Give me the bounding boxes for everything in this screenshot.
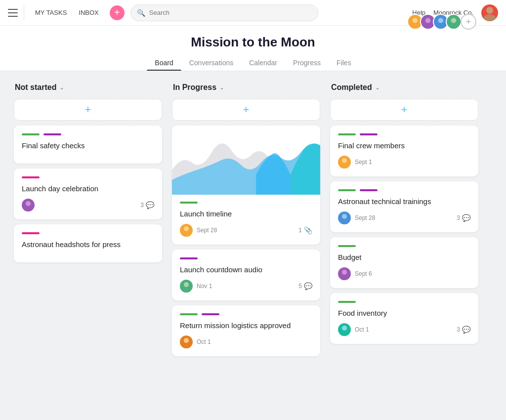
card-meta-right: 3 💬 [457, 214, 470, 222]
tab-progress[interactable]: Progress [285, 55, 329, 71]
column-in-progress-chevron[interactable]: ⌄ [219, 84, 224, 91]
card-avatar-launch-day [22, 199, 35, 211]
chart-card-body: Launch timeline Sept 28 1 📎 [172, 197, 320, 245]
svg-point-7 [436, 23, 445, 29]
tab-conversations[interactable]: Conversations [181, 55, 242, 71]
tag-purple [43, 133, 61, 135]
card-avatar-countdown [180, 280, 193, 293]
card-footer: Sept 6 [338, 267, 470, 280]
tag-pink [22, 232, 40, 234]
svg-point-17 [182, 343, 191, 348]
card-tags [338, 301, 470, 303]
card-tags [180, 313, 312, 315]
column-completed-title: Completed [331, 83, 372, 92]
add-card-in-progress[interactable]: + [172, 99, 320, 121]
chart-tag-green [180, 202, 198, 204]
card-title-budget: Budget [338, 252, 470, 262]
card-footer: 3 💬 [22, 199, 154, 211]
card-avatar-return [180, 336, 193, 348]
add-member-button[interactable]: + [461, 14, 476, 30]
card-avatar-timeline [180, 224, 193, 237]
svg-point-12 [184, 226, 189, 231]
tab-calendar[interactable]: Calendar [241, 55, 285, 71]
project-title: Mission to the Moon [0, 35, 506, 50]
tag-pink [22, 176, 40, 178]
attachment-icon: 📎 [304, 226, 312, 234]
svg-point-25 [340, 331, 349, 336]
my-tasks-link[interactable]: MY TASKS [30, 6, 72, 19]
svg-point-0 [486, 7, 493, 14]
card-title-final-crew: Final crew members [338, 140, 470, 151]
hamburger-menu[interactable] [8, 9, 18, 17]
column-completed: Completed ⌄ + Final crew members Sept 1 [330, 83, 478, 344]
card-date-crew: Sept 1 [355, 159, 372, 166]
card-tags [22, 232, 154, 234]
card-tags [22, 133, 154, 135]
svg-point-19 [340, 163, 349, 168]
svg-point-13 [182, 231, 191, 237]
tag-purple [360, 133, 378, 135]
tag-purple [180, 257, 198, 259]
card-meta-right: 1 📎 [298, 226, 312, 234]
card-launch-timeline: Launch timeline Sept 28 1 📎 [172, 126, 320, 245]
search-icon: 🔍 [137, 9, 145, 17]
tag-green [22, 133, 40, 135]
column-not-started-chevron[interactable]: ⌄ [59, 84, 64, 91]
search-bar[interactable]: 🔍 [130, 4, 318, 21]
svg-point-11 [24, 206, 33, 211]
card-launch-day: Launch day celebration 3 💬 [14, 168, 162, 219]
svg-point-21 [340, 219, 349, 224]
column-not-started: Not started ⌄ + Final safety checks Laun… [14, 83, 162, 262]
column-completed-header: Completed ⌄ [330, 83, 478, 92]
card-meta-right: 5 💬 [298, 282, 312, 290]
tag-green [338, 301, 356, 303]
svg-point-14 [184, 282, 189, 287]
card-tags [22, 176, 154, 178]
tag-green [338, 245, 356, 247]
card-avatar-budget [338, 267, 351, 280]
card-title-trainings: Astronaut technical trainings [338, 196, 470, 207]
card-avatar-food [338, 323, 351, 336]
card-tags [180, 257, 312, 259]
card-astronaut-headshots: Astronaut headshots for press [14, 224, 162, 262]
card-title-food: Food inventory [338, 308, 470, 318]
tag-green [338, 189, 356, 191]
add-card-not-started[interactable]: + [14, 99, 162, 121]
card-date-return: Oct 1 [197, 338, 211, 345]
card-title-countdown: Launch countdown audio [180, 264, 312, 275]
svg-point-10 [26, 201, 31, 206]
tab-files[interactable]: Files [329, 55, 359, 71]
column-in-progress-header: In Progress ⌄ [172, 83, 320, 92]
card-avatar-trainings [338, 211, 351, 224]
comment-icon: 💬 [462, 326, 470, 334]
card-date-budget: Sept 6 [355, 270, 372, 277]
inbox-link[interactable]: INBOX [74, 6, 103, 19]
project-header: Mission to the Moon [0, 26, 506, 71]
card-avatar-crew [338, 156, 351, 168]
card-date-timeline: Sept 28 [197, 227, 217, 234]
add-button[interactable]: + [110, 5, 125, 20]
user-avatar[interactable] [481, 4, 498, 21]
tab-board[interactable]: Board [147, 55, 181, 71]
column-completed-chevron[interactable]: ⌄ [375, 84, 380, 91]
project-tabs: Board Conversations Calendar Progress Fi… [0, 55, 506, 71]
svg-point-9 [449, 23, 458, 29]
card-footer: Sept 28 3 💬 [338, 211, 470, 224]
member-avatar-4[interactable] [446, 14, 462, 30]
svg-point-5 [423, 23, 432, 29]
svg-point-8 [451, 18, 457, 23]
comment-count: 3 [457, 326, 460, 333]
comment-icon: 💬 [462, 214, 470, 222]
card-tags [338, 189, 470, 191]
timeline-chart [172, 126, 320, 195]
add-card-completed[interactable]: + [330, 99, 478, 121]
search-input[interactable] [149, 9, 312, 16]
attach-count: 1 [298, 227, 302, 234]
svg-point-20 [342, 214, 347, 219]
card-date-food: Oct 1 [355, 326, 369, 333]
card-meta-right: 3 💬 [140, 201, 154, 209]
svg-point-23 [340, 275, 349, 280]
card-budget: Budget Sept 6 [330, 237, 478, 288]
card-title-headshots: Astronaut headshots for press [22, 239, 154, 250]
card-launch-countdown: Launch countdown audio Nov 1 5 💬 [172, 250, 320, 300]
